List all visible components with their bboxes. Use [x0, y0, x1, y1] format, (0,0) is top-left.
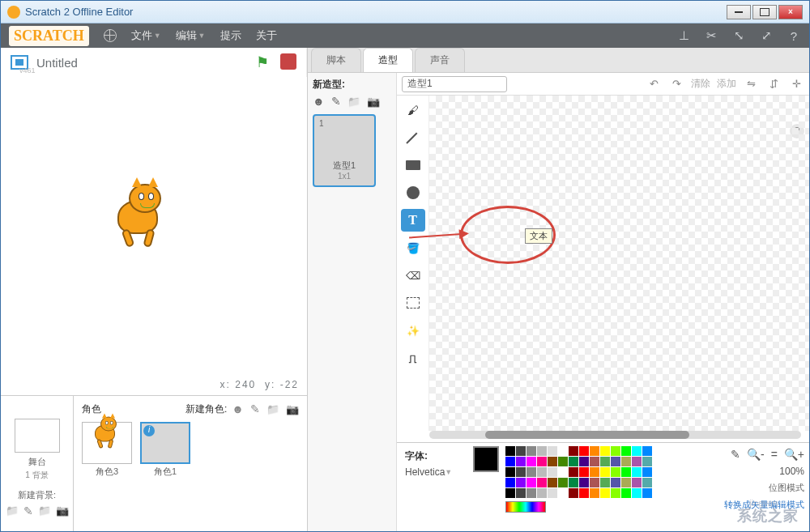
palette-cell[interactable]	[600, 467, 610, 477]
palette-cell[interactable]	[590, 478, 599, 487]
costume-thumbnail[interactable]: 1 造型1 1x1	[313, 114, 376, 187]
palette-cell[interactable]	[569, 488, 578, 498]
palette-cell[interactable]	[621, 478, 631, 487]
grow-tool-icon[interactable]: ⤡	[731, 28, 746, 43]
palette-cell[interactable]	[537, 488, 547, 498]
redo-icon[interactable]: ↷	[668, 77, 684, 92]
palette-cell[interactable]	[569, 457, 578, 466]
palette-cell[interactable]	[548, 488, 557, 498]
sprite-library-icon[interactable]	[232, 402, 244, 415]
palette-cell[interactable]	[600, 446, 610, 456]
palette-cell[interactable]	[642, 478, 652, 487]
palette-cell[interactable]	[621, 467, 631, 477]
rect-tool[interactable]	[401, 154, 425, 177]
palette-cell[interactable]	[526, 446, 536, 456]
palette-cell[interactable]	[537, 446, 547, 456]
language-globe-icon[interactable]	[104, 29, 117, 42]
palette-cell[interactable]	[558, 478, 568, 487]
costume-paint-icon[interactable]	[331, 95, 341, 108]
palette-cell[interactable]	[621, 457, 631, 466]
text-tool[interactable]: T	[401, 209, 425, 232]
canvas-horizontal-scrollbar[interactable]	[429, 431, 801, 439]
palette-cell[interactable]	[579, 488, 589, 498]
zoom-in-icon[interactable]: 🔍+	[784, 448, 804, 461]
palette-cell[interactable]	[569, 478, 578, 487]
eyedropper-icon[interactable]	[731, 448, 740, 461]
palette-cell[interactable]	[569, 467, 578, 477]
palette-cell[interactable]	[600, 488, 610, 498]
palette-cell[interactable]	[537, 457, 547, 466]
color-palette[interactable]	[502, 443, 655, 531]
palette-cell[interactable]	[632, 457, 642, 466]
menu-file[interactable]: 文件▼	[131, 28, 161, 43]
green-flag-icon[interactable]: ⚑	[256, 53, 274, 71]
palette-cell[interactable]	[611, 467, 620, 477]
window-maximize-button[interactable]	[752, 5, 777, 19]
palette-cell[interactable]	[505, 467, 515, 477]
palette-cell[interactable]	[600, 457, 610, 466]
palette-cell[interactable]	[537, 478, 547, 487]
clear-button[interactable]: 清除	[691, 77, 710, 91]
stage-canvas[interactable]: x: 240 y: -22	[1, 77, 307, 395]
palette-cell[interactable]	[569, 446, 578, 456]
palette-cell[interactable]	[558, 488, 568, 498]
palette-cell[interactable]	[505, 457, 515, 466]
brush-tool[interactable]	[401, 99, 425, 121]
current-color-swatch[interactable]	[473, 446, 499, 472]
zoom-reset-icon[interactable]: =	[771, 448, 778, 461]
eraser-tool[interactable]	[401, 264, 425, 287]
costume-upload-icon[interactable]	[347, 95, 360, 108]
palette-cell[interactable]	[590, 457, 599, 466]
add-button[interactable]: 添加	[717, 77, 736, 91]
palette-cell[interactable]	[548, 457, 557, 466]
select-tool[interactable]	[401, 292, 425, 314]
palette-cell[interactable]	[548, 467, 557, 477]
flip-v-icon[interactable]: ⇵	[765, 77, 782, 92]
sprite-camera-icon[interactable]	[286, 402, 299, 415]
palette-cell[interactable]	[548, 478, 557, 487]
flip-h-icon[interactable]: ⇋	[743, 77, 759, 92]
palette-cell[interactable]	[526, 467, 536, 477]
backdrop-library-icon[interactable]	[6, 504, 19, 517]
ellipse-tool[interactable]	[401, 181, 425, 204]
tab-costumes[interactable]: 造型	[363, 48, 413, 72]
palette-cell[interactable]	[526, 457, 536, 466]
palette-cell[interactable]	[579, 457, 589, 466]
window-close-button[interactable]: ×	[778, 5, 803, 19]
stage-thumbnail[interactable]	[15, 419, 60, 453]
stamp-tool-icon[interactable]: ⊥	[676, 28, 691, 43]
sprite-paint-icon[interactable]	[250, 402, 260, 415]
palette-cell[interactable]	[505, 488, 515, 498]
zoom-out-icon[interactable]: 🔍-	[747, 448, 765, 461]
shrink-tool-icon[interactable]: ⤢	[759, 28, 774, 43]
stop-icon[interactable]	[280, 53, 296, 70]
stamp-tool[interactable]	[401, 347, 425, 369]
sprite-upload-icon[interactable]	[266, 402, 279, 415]
menu-edit[interactable]: 编辑▼	[176, 28, 206, 43]
palette-cell[interactable]	[590, 488, 599, 498]
palette-cell[interactable]	[642, 488, 652, 498]
fill-tool[interactable]	[401, 236, 425, 259]
help-icon[interactable]: ?	[787, 28, 801, 43]
palette-cell[interactable]	[611, 457, 620, 466]
costume-library-icon[interactable]	[313, 95, 325, 108]
sprite-item[interactable]: i 角色1	[140, 422, 190, 478]
paint-canvas[interactable]	[429, 96, 809, 431]
palette-cell[interactable]	[558, 467, 568, 477]
palette-cell[interactable]	[642, 467, 652, 477]
palette-cell[interactable]	[579, 446, 589, 456]
cut-tool-icon[interactable]: ✂	[704, 28, 718, 43]
palette-cell[interactable]	[516, 478, 526, 487]
font-select[interactable]: Helvetica ▼	[405, 466, 462, 478]
palette-cell[interactable]	[642, 457, 652, 466]
wand-tool[interactable]	[401, 319, 425, 342]
undo-icon[interactable]: ↶	[646, 77, 662, 92]
palette-cell[interactable]	[632, 488, 642, 498]
palette-cell[interactable]	[526, 478, 536, 487]
palette-cell[interactable]	[548, 446, 557, 456]
hue-slider[interactable]	[505, 501, 546, 513]
costume-camera-icon[interactable]	[367, 95, 380, 108]
line-tool[interactable]	[401, 126, 425, 149]
palette-cell[interactable]	[590, 446, 599, 456]
tab-sounds[interactable]: 声音	[415, 48, 465, 72]
